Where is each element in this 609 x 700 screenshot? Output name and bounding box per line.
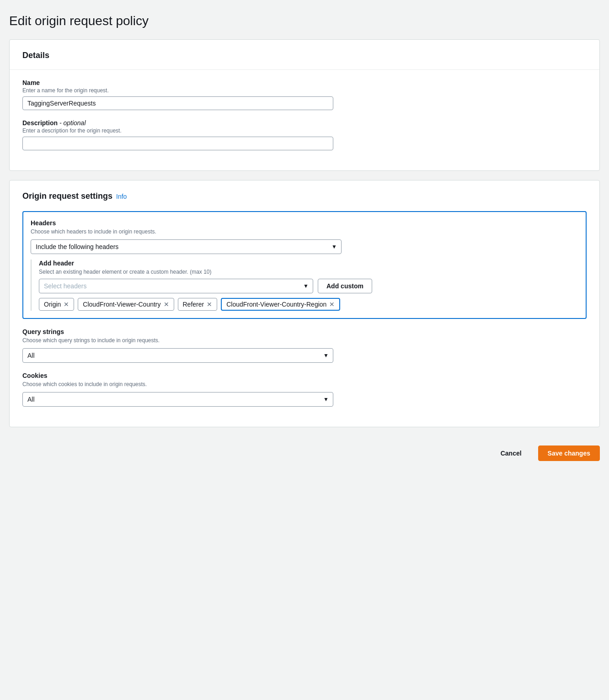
query-strings-label: Query strings — [22, 328, 587, 335]
origin-settings-title: Origin request settings — [22, 191, 112, 201]
tag-cloudfront-viewer-country-region-text: CloudFront-Viewer-Country-Region — [226, 301, 326, 308]
cookies-dropdown[interactable]: None All Include the following cookies E… — [22, 392, 333, 407]
headers-label: Headers — [31, 219, 578, 227]
add-header-row: Select headers ▼ Add custom — [39, 279, 578, 293]
tag-cloudfront-viewer-country: CloudFront-Viewer-Country ✕ — [78, 298, 174, 311]
details-card-title: Details — [22, 51, 587, 60]
description-field-group: Description - optional Enter a descripti… — [22, 119, 587, 150]
page-title: Edit origin request policy — [9, 14, 600, 28]
name-field-group: Name Enter a name for the origin request… — [22, 79, 587, 110]
cookies-label: Cookies — [22, 372, 587, 379]
cookies-section: Cookies Choose which cookies to include … — [22, 372, 587, 407]
add-header-section: Add header Select an existing header ele… — [31, 260, 578, 311]
description-input[interactable] — [22, 137, 333, 150]
origin-request-settings-card: Origin request settings Info Headers Cho… — [9, 180, 600, 427]
description-optional: - optional — [59, 119, 86, 127]
tag-referer-close[interactable]: ✕ — [207, 301, 212, 308]
footer-row: Cancel Save changes — [9, 436, 600, 461]
name-hint: Enter a name for the origin request. — [22, 87, 587, 94]
tag-cloudfront-viewer-country-text: CloudFront-Viewer-Country — [83, 301, 160, 308]
headers-box: Headers Choose which headers to include … — [22, 211, 587, 319]
cookies-dropdown-wrapper: None All Include the following cookies E… — [22, 392, 333, 407]
details-card: Details Name Enter a name for the origin… — [9, 39, 600, 171]
tag-cloudfront-viewer-country-region: CloudFront-Viewer-Country-Region ✕ — [221, 298, 340, 311]
query-strings-dropdown[interactable]: None All Include the following query str… — [22, 348, 333, 363]
tag-cloudfront-viewer-country-close[interactable]: ✕ — [164, 301, 169, 308]
headers-hint: Choose which headers to include in origi… — [31, 228, 578, 235]
query-strings-section: Query strings Choose which query strings… — [22, 328, 587, 363]
select-headers-wrapper: Select headers ▼ — [39, 279, 313, 293]
info-link[interactable]: Info — [116, 193, 127, 200]
name-label: Name — [22, 79, 587, 86]
tag-origin-text: Origin — [44, 301, 61, 308]
add-custom-button[interactable]: Add custom — [318, 279, 372, 293]
headers-dropdown-wrapper: None Include the following headers All v… — [31, 239, 342, 254]
query-strings-hint: Choose which query strings to include in… — [22, 337, 587, 344]
tags-row: Origin ✕ CloudFront-Viewer-Country ✕ Ref… — [39, 298, 578, 311]
tag-origin: Origin ✕ — [39, 298, 74, 311]
name-input[interactable] — [22, 96, 333, 110]
select-headers-dropdown[interactable]: Select headers — [39, 279, 313, 293]
add-header-label: Add header — [39, 260, 578, 267]
description-label: Description - optional — [22, 119, 587, 127]
tag-referer: Referer ✕ — [178, 298, 218, 311]
description-hint: Enter a description for the origin reque… — [22, 127, 587, 134]
add-header-hint: Select an existing header element or cre… — [39, 269, 578, 275]
cookies-hint: Choose which cookies to include in origi… — [22, 381, 587, 387]
tag-referer-text: Referer — [183, 301, 204, 308]
query-strings-dropdown-wrapper: None All Include the following query str… — [22, 348, 333, 363]
tag-origin-close[interactable]: ✕ — [64, 301, 69, 308]
tag-cloudfront-viewer-country-region-close[interactable]: ✕ — [329, 301, 335, 308]
save-button[interactable]: Save changes — [538, 445, 600, 461]
cancel-button[interactable]: Cancel — [491, 446, 531, 461]
headers-dropdown[interactable]: None Include the following headers All v… — [31, 239, 342, 254]
